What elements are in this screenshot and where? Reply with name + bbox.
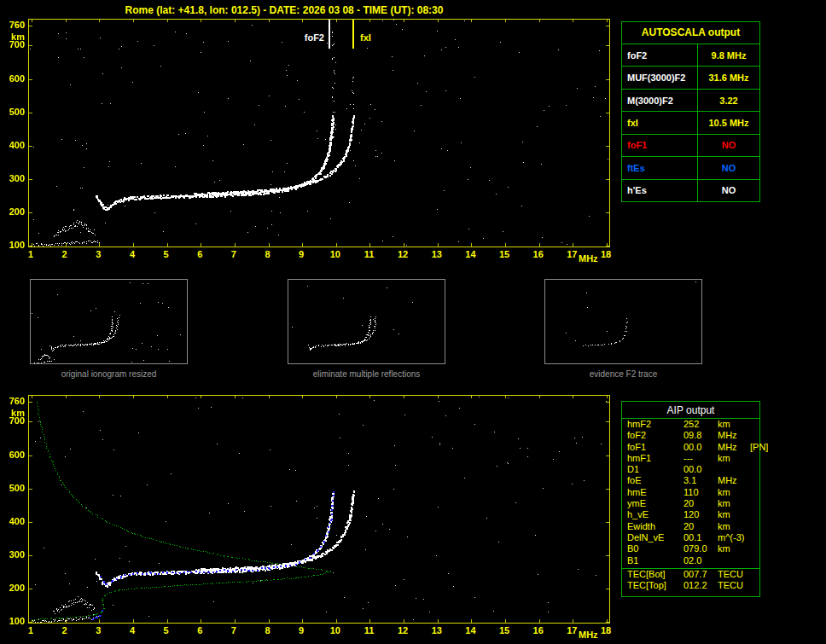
aip-tec-rows: TEC[Bot]007.7TECUTEC[Top]012.2TECU <box>622 569 759 592</box>
thumbnail-caption-f2: evidence F2 trace <box>544 369 702 379</box>
aip-row-value: 09.8 <box>683 430 718 441</box>
aip-row-unit <box>718 464 750 475</box>
aip-row-extra <box>750 419 759 430</box>
autoscala-table-title: AUTOSCALA output <box>622 22 759 44</box>
aip-row: B0079.0km <box>622 543 759 554</box>
autoscala-row: foF29.8 MHz <box>622 44 759 66</box>
x-tick-label: 2 <box>55 249 74 259</box>
x-tick-label: 11 <box>359 625 378 635</box>
x-tick-label: 16 <box>529 249 548 259</box>
ionogram-app-window: { "header": { "title": "Rome (lat: +41.8… <box>0 0 826 644</box>
autoscala-row: ftEsNO <box>622 156 759 178</box>
autoscala-row-label: M(3000)F2 <box>622 90 697 111</box>
autoscala-row: foF1NO <box>622 134 759 156</box>
autoscala-row-value: 31.6 MHz <box>697 67 759 88</box>
y-tick-label: 700 <box>3 415 25 426</box>
aip-row-name: h_vE <box>627 509 683 520</box>
x-tick-label: 6 <box>190 249 209 259</box>
aip-row-extra <box>750 509 759 520</box>
x-tick-label: 9 <box>292 625 311 635</box>
thumbnail-cleaned-canvas <box>288 280 445 363</box>
aip-row-extra <box>750 532 759 543</box>
scaled-ionogram-canvas <box>29 20 609 247</box>
x-tick-label: 6 <box>190 625 209 635</box>
x-tick-label: 18 <box>596 249 615 259</box>
x-tick-label: 14 <box>461 249 480 259</box>
profile-ionogram-canvas <box>29 396 609 623</box>
x-tick-label: 14 <box>461 625 480 635</box>
aip-row-name: TEC[Top] <box>627 580 683 591</box>
aip-row-value: 02.0 <box>683 555 718 566</box>
autoscala-row-value: 3.22 <box>697 90 759 111</box>
y-tick-label: 300 <box>3 173 25 183</box>
aip-row-extra <box>750 569 759 580</box>
x-tick-label: 18 <box>596 625 615 635</box>
aip-row-extra <box>750 498 759 509</box>
aip-row-extra: [PN] <box>750 442 768 453</box>
aip-row-name: TEC[Bot] <box>627 569 683 580</box>
x-tick-label: 12 <box>393 625 412 635</box>
x-tick-label: 5 <box>157 249 176 259</box>
aip-row-unit: MHz <box>718 430 750 441</box>
aip-row-value: 079.0 <box>683 543 718 554</box>
aip-row-extra <box>750 555 759 566</box>
x-tick-label: 9 <box>292 249 311 259</box>
aip-row-extra <box>750 543 759 554</box>
aip-row-name: foF1 <box>627 442 683 453</box>
autoscala-row-label: foF1 <box>622 135 697 156</box>
aip-row: foE3.1MHz <box>622 475 759 486</box>
x-tick-label: 1 <box>21 249 40 259</box>
fof2-marker-line <box>329 20 330 49</box>
aip-row: foF100.0MHz[PN] <box>622 442 759 453</box>
x-axis-unit-label: MHz <box>579 629 598 640</box>
aip-row-name: hmF1 <box>627 453 683 464</box>
aip-row-name: B0 <box>627 543 683 554</box>
aip-row: TEC[Bot]007.7TECU <box>622 569 759 580</box>
aip-row-unit: km <box>718 453 750 464</box>
aip-row: hmF1---km <box>622 453 759 464</box>
autoscala-row-value: NO <box>697 135 759 156</box>
y-tick-label: 760 <box>3 396 25 406</box>
aip-row-unit: MHz <box>718 475 750 486</box>
aip-row: foF209.8MHz <box>622 430 759 441</box>
aip-row-value: 012.2 <box>683 580 718 591</box>
aip-row-unit: m^(-3) <box>718 532 750 543</box>
page-title: Rome (lat: +41.8, lon: 012.5) - DATE: 20… <box>28 4 540 16</box>
autoscala-row: M(3000)F23.22 <box>622 89 759 111</box>
aip-row-unit: km <box>718 509 750 520</box>
aip-row: ymE20km <box>622 498 759 509</box>
x-tick-label: 3 <box>89 625 108 635</box>
aip-row-unit: km <box>718 521 750 532</box>
aip-row-name: ymE <box>627 498 683 509</box>
aip-row-name: Ewidth <box>627 521 683 532</box>
aip-row-name: hmF2 <box>627 419 683 430</box>
y-tick-label: 400 <box>3 516 25 526</box>
aip-row-unit: km <box>718 543 750 554</box>
aip-row-name: B1 <box>627 555 683 566</box>
aip-row: D100.0 <box>622 464 759 475</box>
autoscala-row-label: h'Es <box>622 180 697 201</box>
x-tick-label: 15 <box>495 249 514 259</box>
autoscala-row-value: NO <box>697 180 759 201</box>
aip-row-unit: km <box>718 487 750 498</box>
autoscala-row-value: 9.8 MHz <box>697 44 759 66</box>
y-tick-label: 600 <box>3 450 25 460</box>
y-tick-label: 700 <box>3 39 25 49</box>
x-tick-label: 3 <box>89 249 108 259</box>
autoscala-row-value: NO <box>697 157 759 178</box>
aip-row-unit: km <box>718 498 750 509</box>
y-tick-label: 500 <box>3 483 25 493</box>
aip-row-value: 252 <box>683 419 718 430</box>
aip-row-name: foE <box>627 475 683 486</box>
aip-row-value: 120 <box>683 509 718 520</box>
x-tick-label: 4 <box>123 249 142 259</box>
aip-row: Ewidth20km <box>622 521 759 532</box>
thumbnail-multiple-reflections-removed <box>288 279 445 364</box>
aip-row-value: 20 <box>683 498 718 509</box>
autoscala-row-value: 10.5 MHz <box>697 112 759 133</box>
y-tick-label: 300 <box>3 549 25 560</box>
aip-row-value: 00.1 <box>683 532 718 543</box>
aip-row-unit: TECU <box>718 580 750 591</box>
x-axis-unit-label: MHz <box>579 253 598 264</box>
x-tick-label: 15 <box>495 625 514 635</box>
